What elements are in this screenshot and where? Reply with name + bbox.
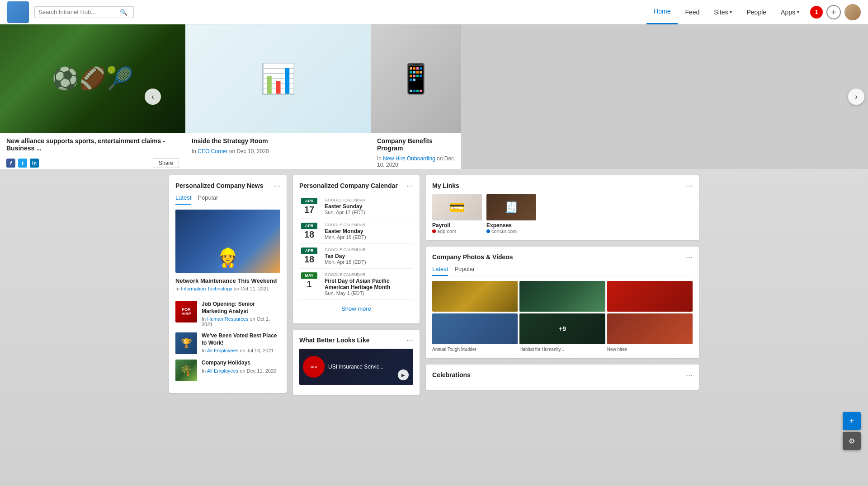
search-input[interactable] [38, 9, 120, 15]
link-url-expenses: concur.com [486, 229, 536, 234]
news-more-button[interactable]: ··· [274, 182, 280, 190]
news-item-meta: In All Employees on Dec 11, 2020 [202, 368, 276, 374]
calendar-more-button[interactable]: ··· [406, 182, 413, 190]
calendar-card: Personalized Company Calendar ··· APR 17… [293, 175, 420, 323]
hero-next-button[interactable]: › [848, 89, 864, 105]
chevron-down-icon: ▾ [730, 9, 732, 14]
share-button[interactable]: Share [153, 158, 179, 168]
wbl-card-title: What Better Looks Like [299, 336, 370, 344]
my-links-title: My Links [432, 182, 459, 189]
floating-settings-button[interactable]: ⚙ [843, 432, 861, 450]
wbl-company-name: USI Insurance Servic... [328, 364, 384, 370]
floating-add-button[interactable]: + [843, 412, 861, 430]
news-item-category-link[interactable]: All Employees [207, 348, 239, 353]
wbl-card: What Better Looks Like ··· USI USI Insur… [293, 330, 420, 395]
wbl-more-button[interactable]: ··· [406, 336, 413, 344]
nav-home[interactable]: Home [646, 0, 678, 24]
tab-news-latest[interactable]: Latest [175, 194, 191, 205]
tab-news-popular[interactable]: Popular [198, 194, 218, 205]
photo-item[interactable] [432, 281, 518, 312]
my-links-header: My Links ··· [432, 182, 693, 190]
my-links-card: My Links ··· 💳 Payroll adp.com [426, 175, 699, 240]
facebook-icon[interactable]: f [6, 159, 15, 168]
cal-event-sub: Mon, Apr 18 (EDT) [325, 259, 366, 265]
twitter-icon[interactable]: t [18, 159, 27, 168]
photo-item[interactable]: +9 [519, 313, 605, 344]
cal-source: GOOGLE CALENDAR [325, 272, 413, 277]
news-item-meta: In Human Resources on Oct 1, 2021 [202, 316, 280, 327]
hero-title-2: Inside the Strategy Room [192, 137, 364, 145]
photos-grid: +9 [432, 281, 693, 344]
link-item-expenses[interactable]: 🧾 Expenses concur.com [486, 194, 536, 234]
floating-actions: + ⚙ [843, 412, 861, 450]
news-item-category-link[interactable]: Human Resources [207, 316, 248, 322]
nav-apps[interactable]: Apps ▾ [774, 0, 807, 24]
link-thumb-expenses: 🧾 [486, 194, 536, 220]
hero-category-link-2[interactable]: CEO Corner [198, 148, 227, 154]
calendar-event: APR 18 GOOGLE CALENDAR Easter Monday Mon… [299, 219, 413, 244]
linkedin-icon[interactable]: in [30, 159, 39, 168]
search-bar[interactable]: 🔍 [34, 6, 134, 18]
news-thumb-hiring: FORHIRE [175, 301, 197, 322]
cal-event-name: Easter Sunday [325, 203, 366, 210]
photo-item[interactable] [607, 281, 693, 312]
news-card: Personalized Company News ··· Latest Pop… [169, 175, 287, 393]
cal-date-badge: APR 18 [299, 248, 319, 265]
celebrations-header: Celebrations ··· [432, 371, 693, 379]
photo-item[interactable] [607, 313, 693, 344]
expenses-logo-icon: 🧾 [505, 201, 518, 214]
avatar-image [844, 4, 861, 20]
hero-image-2 [185, 24, 371, 133]
search-icon: 🔍 [120, 9, 127, 16]
hero-image-3 [371, 24, 461, 133]
calendar-event: APR 18 GOOGLE CALENDAR Tax Day Mon, Apr … [299, 244, 413, 269]
news-main-category-link[interactable]: Information Technology [181, 286, 232, 291]
link-url-payroll: adp.com [432, 229, 482, 234]
hero-meta-3: In New Hire Onboarding on Dec 10, 2020 [377, 155, 455, 168]
cal-date-badge: APR 17 [299, 198, 319, 215]
list-item: 🌴 Company Holidays In All Employees on D… [175, 360, 280, 381]
tab-photos-popular[interactable]: Popular [454, 266, 475, 276]
news-divider [175, 296, 280, 296]
logo[interactable] [7, 1, 29, 23]
nav-feed[interactable]: Feed [678, 0, 707, 24]
calendar-card-title: Personalized Company Calendar [299, 182, 398, 189]
celebrations-more-button[interactable]: ··· [686, 371, 693, 379]
tab-photos-latest[interactable]: Latest [432, 266, 448, 276]
calendar-show-more[interactable]: Show more [299, 300, 413, 317]
cal-month: APR [301, 248, 317, 254]
photo-item[interactable] [432, 313, 518, 344]
news-item-category-link[interactable]: All Employees [207, 368, 239, 374]
nav-sites[interactable]: Sites ▾ [707, 0, 739, 24]
add-button[interactable]: + [826, 5, 841, 19]
cal-month: APR [301, 223, 317, 229]
calendar-event: APR 17 GOOGLE CALENDAR Easter Sunday Sun… [299, 194, 413, 219]
hero-title-1: New alliance supports sports, entertainm… [6, 137, 179, 152]
celebrations-title: Celebrations [432, 371, 471, 379]
my-links-more-button[interactable]: ··· [686, 182, 693, 190]
show-more-link[interactable]: Show more [341, 305, 371, 312]
news-main-title: Network Maintenance This Weekend [175, 277, 280, 284]
nav-people[interactable]: People [739, 0, 774, 24]
hero-prev-button[interactable]: ‹ [145, 89, 161, 105]
play-icon[interactable]: ▶ [398, 369, 409, 380]
link-dot-icon [432, 229, 436, 233]
avatar[interactable] [844, 4, 861, 20]
hero-image-1 [0, 24, 185, 133]
notification-button[interactable]: 1 [810, 6, 823, 19]
hero-category-link-3[interactable]: New Hire Onboarding [383, 155, 435, 162]
news-main-image [175, 210, 280, 273]
photos-more-button[interactable]: ··· [686, 253, 693, 261]
calendar-event: MAY 1 GOOGLE CALENDAR First Day of Asian… [299, 269, 413, 300]
link-name-payroll: Payroll [432, 222, 482, 229]
cal-month: APR [301, 198, 317, 204]
wbl-video-thumb[interactable]: USI USI Insurance Servic... ▶ [299, 349, 413, 385]
photo-item[interactable] [519, 281, 605, 312]
link-name-expenses: Expenses [486, 222, 536, 229]
news-thumb-award: 🏆 [175, 332, 197, 354]
news-thumb-holiday: 🌴 [175, 360, 197, 381]
hero-share-row: New alliance supports sports, entertainm… [6, 137, 179, 155]
payroll-logo-icon: 💳 [449, 200, 465, 215]
link-item-payroll[interactable]: 💳 Payroll adp.com [432, 194, 482, 234]
news-item-title: Job Opening: Senior Marketing Analyst [202, 301, 280, 315]
